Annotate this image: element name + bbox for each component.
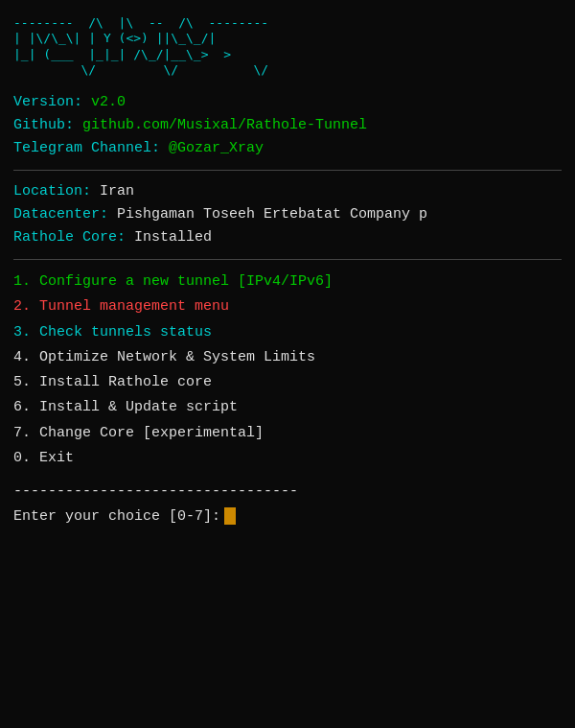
location-line: Location: Iran [13,180,562,203]
menu-item-0[interactable]: 0. Exit [13,446,562,471]
menu-text-1: Configure a new tunnel [IPv4/IPv6] [39,273,333,290]
menu-text-4: Optimize Network & System Limits [39,349,315,365]
menu-number-6: 6. [13,399,39,415]
ascii-art: -------- /\ |\ -- /\ -------- | |\/\_\| … [13,15,562,78]
menu-number-1: 1. [13,273,39,290]
prompt-section: --------------------------------- Enter … [13,481,562,525]
divider-2 [13,259,562,260]
menu-text-7: Change Core [experimental] [39,425,264,441]
rathole-value: Installed [134,229,212,246]
menu-number-5: 5. [13,374,39,390]
divider-1 [13,170,562,171]
version-value: v2.0 [91,94,126,110]
menu-number-2: 2. [13,298,39,315]
menu-text-0: Exit [39,450,74,466]
ascii-art-container: -------- /\ |\ -- /\ -------- | |\/\_\| … [13,15,562,78]
location-value: Iran [100,183,134,200]
menu-item-4[interactable]: 4. Optimize Network & System Limits [13,345,562,370]
telegram-label: Telegram Channel: [13,140,160,156]
datacenter-label: Datacenter: [13,206,108,223]
menu-item-2[interactable]: 2. Tunnel management menu [13,294,562,319]
dash-line: --------------------------------- [13,481,562,504]
menu-item-1[interactable]: 1. Configure a new tunnel [IPv4/IPv6] [13,270,562,294]
menu-number-0: 0. [13,450,39,466]
menu-item-5[interactable]: 5. Install Rathole core [13,370,562,395]
menu-number-4: 4. [13,349,39,365]
rathole-line: Rathole Core: Installed [13,226,562,249]
cursor-block [224,507,236,525]
menu-section: 1. Configure a new tunnel [IPv4/IPv6] 2.… [13,270,562,471]
version-section: Version: v2.0 Github: github.com/Musixal… [13,91,562,160]
datacenter-value: Pishgaman Toseeh Ertebatat Company p [117,206,427,223]
menu-text-3: Check tunnels status [39,324,212,341]
menu-number-3: 3. [13,324,39,341]
rathole-label: Rathole Core: [13,229,126,246]
location-label: Location: [13,183,91,200]
menu-text-2: Tunnel management menu [39,298,229,315]
menu-item-3[interactable]: 3. Check tunnels status [13,320,562,345]
prompt-line[interactable]: Enter your choice [0-7]: [13,507,562,525]
github-value: github.com/Musixal/Rathole-Tunnel [82,117,367,133]
datacenter-line: Datacenter: Pishgaman Toseeh Ertebatat C… [13,203,562,226]
telegram-line: Telegram Channel: @Gozar_Xray [13,137,562,160]
menu-text-6: Install & Update script [39,399,238,415]
version-label: Version: [13,94,82,110]
menu-text-5: Install Rathole core [39,374,212,390]
menu-item-6[interactable]: 6. Install & Update script [13,395,562,420]
prompt-text: Enter your choice [0-7]: [13,508,220,525]
github-label: Github: [13,117,74,133]
github-line: Github: github.com/Musixal/Rathole-Tunne… [13,114,562,137]
menu-number-7: 7. [13,425,39,441]
version-line: Version: v2.0 [13,91,562,114]
location-section: Location: Iran Datacenter: Pishgaman Tos… [13,180,562,249]
telegram-value: @Gozar_Xray [169,140,264,156]
menu-item-7[interactable]: 7. Change Core [experimental] [13,421,562,446]
